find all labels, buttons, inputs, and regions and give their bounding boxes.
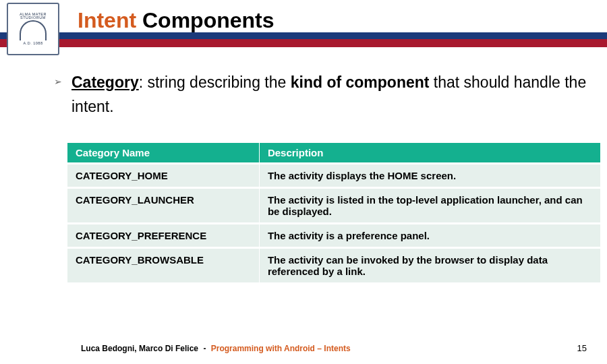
category-label: Category <box>71 73 139 91</box>
logo-caption-bottom: A.D. 1088 <box>24 42 43 46</box>
footer-authors: Luca Bedogni, Marco Di Felice <box>81 344 198 353</box>
logo-arch-icon <box>20 20 47 40</box>
table-header-name: Category Name <box>67 143 259 164</box>
cell-name: CATEGORY_BROWSABLE <box>67 248 259 283</box>
table-row: CATEGORY_LAUNCHER The activity is listed… <box>67 188 600 224</box>
slide-body: ➢ Category: string describing the kind o… <box>54 71 587 282</box>
table-row: CATEGORY_HOME The activity displays the … <box>67 164 600 188</box>
table-header-desc: Description <box>259 143 600 164</box>
title-accent: Intent <box>78 8 136 32</box>
cell-desc: The activity displays the HOME screen. <box>259 164 600 188</box>
cell-name: CATEGORY_LAUNCHER <box>67 188 259 224</box>
slide-footer: Luca Bedogni, Marco Di Felice - Programm… <box>81 343 587 353</box>
table-header-row: Category Name Description <box>67 143 600 164</box>
bullet-text: Category: string describing the kind of … <box>71 71 587 119</box>
footer-course: Programming with Android – Intents <box>211 344 351 353</box>
bullet-sep: : string describing the <box>139 73 291 91</box>
kind-label: kind of component <box>291 73 430 91</box>
footer-left: Luca Bedogni, Marco Di Felice - Programm… <box>81 344 351 353</box>
header-band-red <box>0 39 607 47</box>
table-row: CATEGORY_PREFERENCE The activity is a pr… <box>67 224 600 248</box>
cell-desc: The activity is a preference panel. <box>259 224 600 248</box>
cell-name: CATEGORY_PREFERENCE <box>67 224 259 248</box>
category-table: Category Name Description CATEGORY_HOME … <box>67 143 600 282</box>
footer-dash: - <box>203 344 206 353</box>
title-rest: Components <box>136 8 274 32</box>
cell-desc: The activity can be invoked by the brows… <box>259 248 600 283</box>
page-number: 15 <box>577 343 587 353</box>
bullet-row: ➢ Category: string describing the kind o… <box>54 71 587 119</box>
chevron-icon: ➢ <box>54 76 62 87</box>
university-logo: ALMA MATER STUDIORUM A.D. 1088 <box>7 3 59 55</box>
cell-name: CATEGORY_HOME <box>67 164 259 188</box>
cell-desc: The activity is listed in the top-level … <box>259 188 600 224</box>
slide-title: Intent Components <box>78 8 274 33</box>
table-row: CATEGORY_BROWSABLE The activity can be i… <box>67 248 600 283</box>
logo-caption-top: ALMA MATER STUDIORUM <box>8 13 58 20</box>
